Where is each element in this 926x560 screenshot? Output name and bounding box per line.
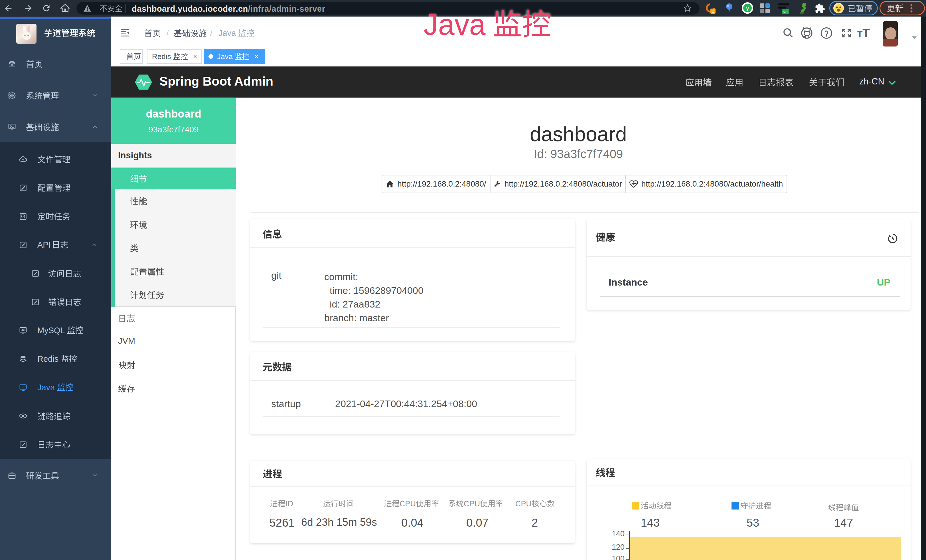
svg-text:y: y	[746, 5, 749, 11]
svg-text:1: 1	[712, 9, 714, 14]
svg-text:on: on	[784, 10, 788, 14]
